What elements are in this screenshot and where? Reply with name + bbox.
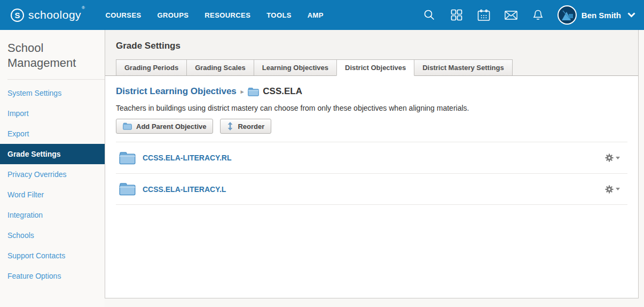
sidebar-item-privacy-overrides[interactable]: Privacy Overrides <box>0 164 105 185</box>
folder-icon[interactable] <box>119 182 136 196</box>
panel-header: Grade Settings Grading Periods Grading S… <box>105 30 638 76</box>
sidebar-item-system-settings[interactable]: System Settings <box>0 83 105 103</box>
avatar[interactable] <box>557 5 577 25</box>
action-buttons: Add Parent Objective Reorder <box>116 119 627 134</box>
objective-row: CCSS.ELA-LITERACY.RL <box>116 142 627 173</box>
main-panel: Grade Settings Grading Periods Grading S… <box>105 30 639 298</box>
reorder-label: Reorder <box>238 122 264 131</box>
add-parent-objective-label: Add Parent Objective <box>136 122 206 131</box>
sidebar-item-schools[interactable]: Schools <box>0 225 105 245</box>
user-name: Ben Smith <box>582 11 621 20</box>
reorder-arrows-icon <box>227 122 233 131</box>
sidebar-item-export[interactable]: Export <box>0 124 105 144</box>
schoology-logo-icon: S <box>11 9 24 22</box>
breadcrumb: District Learning Objectives ▸ CSS.ELA <box>116 86 627 97</box>
page-title: Grade Settings <box>116 41 627 51</box>
nav-item-groups[interactable]: GROUPS <box>150 6 197 25</box>
breadcrumb-current: CSS.ELA <box>263 86 302 97</box>
tab-district-mastery-settings[interactable]: District Mastery Settings <box>414 59 512 75</box>
top-navbar: S schoology® COURSES GROUPS RESOURCES TO… <box>0 0 644 30</box>
user-menu[interactable]: Ben Smith <box>557 5 635 25</box>
objective-link[interactable]: CCSS.ELA-LITERACY.RL <box>143 154 231 162</box>
folder-icon <box>123 122 132 130</box>
tab-bar: Grading Periods Grading Scales Learning … <box>116 59 627 75</box>
main-nav-menu: COURSES GROUPS RESOURCES TOOLS AMP <box>97 6 331 25</box>
breadcrumb-root-link[interactable]: District Learning Objectives <box>116 86 237 97</box>
gear-icon <box>605 185 614 194</box>
nav-item-resources[interactable]: RESOURCES <box>197 6 258 25</box>
sidebar-item-import[interactable]: Import <box>0 103 105 124</box>
tab-grading-scales[interactable]: Grading Scales <box>186 59 254 75</box>
panel-body: District Learning Objectives ▸ CSS.ELA T… <box>105 76 638 215</box>
sidebar-item-integration[interactable]: Integration <box>0 205 105 225</box>
sidebar-divider <box>7 79 105 80</box>
objective-link[interactable]: CCSS.ELA-LITERACY.L <box>143 185 226 194</box>
brand-name: schoology® <box>28 9 84 21</box>
folder-icon[interactable] <box>119 151 136 165</box>
add-parent-objective-button[interactable]: Add Parent Objective <box>116 119 213 134</box>
nav-item-courses[interactable]: COURSES <box>97 6 149 25</box>
objectives-list: CCSS.ELA-LITERACY.RL <box>116 142 627 205</box>
folder-icon <box>248 87 259 96</box>
gear-icon <box>605 154 614 162</box>
sidebar-title: School Management <box>7 41 88 71</box>
sidebar-item-support-contacts[interactable]: Support Contacts <box>0 245 105 266</box>
tab-grading-periods[interactable]: Grading Periods <box>116 59 187 75</box>
sidebar-item-feature-options[interactable]: Feature Options <box>0 266 105 286</box>
description-text: Teachers in buildings using district mas… <box>116 104 627 112</box>
brand-initial: S <box>14 11 20 20</box>
breadcrumb-separator-icon: ▸ <box>241 88 244 95</box>
apps-grid-icon[interactable] <box>450 9 463 21</box>
row-settings-menu[interactable] <box>605 154 624 162</box>
caret-down-icon <box>616 157 620 159</box>
sidebar-nav: System Settings Import Export Grade Sett… <box>0 83 105 286</box>
caret-down-icon <box>616 188 620 190</box>
navbar-right: Ben Smith <box>409 5 635 25</box>
sidebar-item-word-filter[interactable]: Word Filter <box>0 185 105 205</box>
registered-mark: ® <box>82 5 85 10</box>
nav-item-tools[interactable]: TOOLS <box>258 6 300 25</box>
tab-district-objectives[interactable]: District Objectives <box>336 59 414 76</box>
objective-row: CCSS.ELA-LITERACY.L <box>116 173 627 205</box>
chevron-down-icon <box>627 12 635 18</box>
tab-learning-objectives[interactable]: Learning Objectives <box>254 59 337 75</box>
search-icon[interactable] <box>423 9 436 21</box>
notifications-icon[interactable] <box>532 9 545 21</box>
sidebar: School Management System Settings Import… <box>0 30 105 307</box>
calendar-icon[interactable] <box>477 9 490 21</box>
schoology-logo[interactable]: S schoology® <box>11 9 84 22</box>
sidebar-item-grade-settings[interactable]: Grade Settings <box>0 144 105 164</box>
nav-item-amp[interactable]: AMP <box>300 6 332 25</box>
messages-icon[interactable] <box>505 9 517 21</box>
row-settings-menu[interactable] <box>605 185 624 194</box>
reorder-button[interactable]: Reorder <box>220 119 271 134</box>
